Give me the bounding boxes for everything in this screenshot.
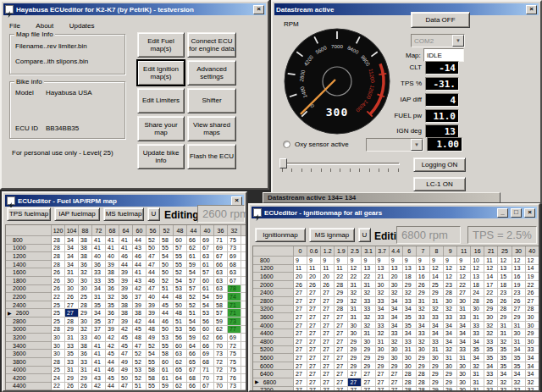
map-cell[interactable]: 34 — [457, 338, 471, 346]
map-cell[interactable]: 58 — [160, 350, 174, 358]
map-cell[interactable]: 32 — [376, 329, 390, 338]
map-cell[interactable]: 40 — [147, 293, 160, 301]
main-window-titlebar[interactable]: Hayabusa ECUeditor for K2-K7 (by PetriK)… — [3, 3, 266, 15]
map-cell[interactable]: 59 — [187, 261, 201, 269]
map-cell[interactable]: 31 — [498, 322, 512, 330]
map-cell[interactable]: 29 — [417, 289, 430, 297]
map-cell[interactable]: 42 — [133, 285, 147, 294]
map-cell[interactable]: 33 — [457, 346, 471, 355]
map-cell[interactable]: 54 — [201, 301, 214, 310]
map-cell[interactable]: 39 — [106, 261, 119, 269]
map-cell[interactable]: 32 — [79, 268, 92, 277]
map-cell[interactable]: 27 — [307, 322, 321, 330]
map-cell[interactable]: 13 — [498, 265, 512, 273]
map-cell[interactable]: 29 — [430, 378, 444, 387]
map-cell[interactable]: 55 — [160, 245, 174, 253]
row-header[interactable]: 3800 — [6, 358, 52, 367]
map-cell[interactable]: 41 — [119, 245, 133, 253]
map-cell[interactable]: 52 — [160, 277, 174, 285]
row-header[interactable]: 1800 — [6, 277, 52, 285]
map-cell[interactable]: 27 — [294, 362, 307, 371]
tps-fuelmap-button[interactable]: TPS fuelmap — [7, 207, 51, 221]
map-cell[interactable]: 29 — [79, 309, 92, 317]
map-cell[interactable]: 31 — [362, 281, 375, 290]
map-cell[interactable]: 41 — [106, 245, 119, 253]
row-header[interactable]: 3600 — [253, 313, 294, 322]
map-cell[interactable] — [241, 374, 246, 383]
datastream-status-bar[interactable]: Datastream active 134= 134 — [263, 192, 501, 203]
map-cell[interactable]: 32 — [376, 289, 390, 297]
map-cell[interactable]: 12 — [498, 257, 512, 265]
map-cell[interactable]: 54 — [147, 350, 160, 358]
map-cell[interactable]: 34 — [92, 285, 106, 294]
map-cell[interactable] — [241, 268, 246, 277]
map-cell[interactable]: 62 — [187, 245, 201, 253]
map-cell[interactable]: 28 — [52, 261, 65, 269]
map-cell[interactable]: 27 — [307, 362, 321, 371]
map-cell[interactable]: 35 — [484, 354, 498, 362]
map-cell[interactable]: 41 — [92, 350, 106, 358]
minimize-icon[interactable]: _ — [497, 208, 508, 218]
map-cell[interactable]: 32 — [484, 322, 498, 330]
row-header[interactable]: 4400 — [6, 383, 52, 391]
map-cell[interactable]: 66 — [201, 342, 214, 351]
edit-fuel-maps-button[interactable]: Edit Fuel map(s) — [137, 32, 185, 58]
ms-fuelmap-button[interactable]: MS fuelmap — [103, 207, 144, 221]
map-cell[interactable]: 32 — [498, 387, 512, 392]
map-cell[interactable]: 29 — [390, 362, 403, 371]
map-cell[interactable]: 36 — [79, 350, 92, 358]
map-cell[interactable]: 46 — [147, 277, 160, 285]
map-cell[interactable]: 31 — [348, 306, 362, 314]
map-cell[interactable]: 68 — [201, 358, 214, 367]
map-cell[interactable]: 29 — [65, 326, 79, 334]
map-cell[interactable]: 27 — [321, 297, 335, 306]
map-cell[interactable]: 69 — [228, 252, 241, 261]
map-cell[interactable]: 33 — [92, 268, 106, 277]
map-cell[interactable]: 47 — [133, 342, 147, 351]
map-cell[interactable]: 55 — [160, 342, 174, 351]
map-cell[interactable]: 35 — [403, 313, 417, 322]
map-cell[interactable]: 30 — [444, 362, 457, 371]
maximize-icon[interactable]: □ — [511, 208, 522, 218]
map-cell[interactable]: 12 — [430, 265, 444, 273]
map-cell[interactable]: 12 — [457, 265, 471, 273]
map-cell[interactable]: 18 — [498, 281, 512, 290]
map-cell[interactable]: 16 — [512, 273, 526, 281]
map-cell[interactable]: 32 — [526, 387, 539, 392]
map-cell[interactable]: 32 — [362, 289, 375, 297]
map-cell[interactable]: 12 — [444, 273, 457, 281]
map-cell[interactable]: 30 — [52, 342, 65, 351]
map-cell[interactable] — [241, 245, 246, 253]
map-cell[interactable]: 30 — [376, 346, 390, 355]
map-cell[interactable]: 51 — [160, 285, 174, 294]
map-cell[interactable]: 51 — [187, 309, 201, 317]
map-cell[interactable]: 30 — [417, 346, 430, 355]
map-cell[interactable]: 31 — [457, 354, 471, 362]
map-cell[interactable]: 54 — [160, 252, 174, 261]
map-cell[interactable]: 27 — [457, 289, 471, 297]
menu-updates[interactable]: Updates — [64, 20, 101, 31]
map-cell[interactable]: 60 — [174, 342, 187, 351]
map-cell[interactable]: 32 — [362, 313, 375, 322]
map-cell[interactable]: 27 — [294, 370, 307, 378]
map-cell[interactable] — [241, 334, 246, 342]
map-cell[interactable]: 51 — [133, 383, 147, 391]
map-cell[interactable]: 34 — [512, 346, 526, 355]
map-cell[interactable]: 13 — [471, 273, 484, 281]
map-cell[interactable]: 39 — [147, 301, 160, 310]
map-cell[interactable]: 31 — [512, 322, 526, 330]
map-cell[interactable]: 36 — [79, 261, 92, 269]
map-cell[interactable]: 45 — [133, 326, 147, 334]
map-cell[interactable]: 62 — [174, 383, 187, 391]
map-cell[interactable]: 52 — [133, 358, 147, 367]
map-cell[interactable]: 53 — [174, 285, 187, 294]
map-cell[interactable]: 30 — [444, 297, 457, 306]
row-header[interactable]: 4800 — [253, 338, 294, 346]
map-cell[interactable]: 11 — [294, 265, 307, 273]
row-header[interactable]: 2200 — [6, 293, 52, 301]
map-cell[interactable]: 30 — [348, 329, 362, 338]
map-cell[interactable]: 35 — [498, 354, 512, 362]
map-cell[interactable]: 52 — [174, 268, 187, 277]
map-cell[interactable]: 58 — [147, 374, 160, 383]
map-cell[interactable]: 13 — [376, 265, 390, 273]
